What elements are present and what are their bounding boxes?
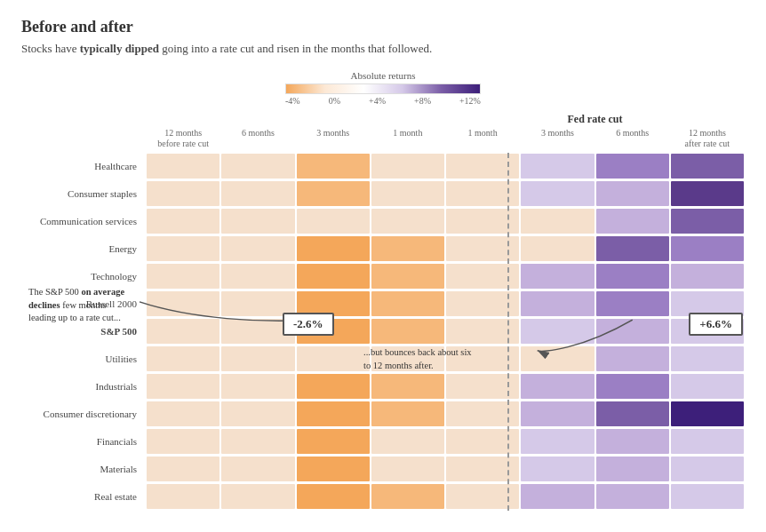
heatmap-cell <box>221 429 294 454</box>
heatmap-cell <box>671 209 744 234</box>
legend: Absolute returns -4% 0% +4% +8% +12% <box>21 70 745 106</box>
bounce-value-box: +6.6% <box>689 313 743 336</box>
heatmap-cell <box>596 236 669 261</box>
heatmap-cell <box>521 374 594 399</box>
heatmap-cell <box>371 374 444 399</box>
heatmap-cell <box>297 154 370 179</box>
table-row: Consumer discretionary <box>21 401 745 427</box>
legend-gradient <box>285 83 481 94</box>
heatmap-cell <box>671 401 744 426</box>
heatmap-cell <box>297 209 370 234</box>
heatmap-cell <box>671 154 744 179</box>
heatmap-cell <box>147 209 219 234</box>
row-label: Materials <box>21 464 146 474</box>
heatmap-cell <box>297 401 370 426</box>
heatmap-cell <box>446 264 519 289</box>
heatmap-cell <box>521 484 594 509</box>
row-label: Energy <box>21 243 146 254</box>
heatmap-cell <box>446 429 519 454</box>
heatmap-cell <box>596 484 669 509</box>
legend-labels: -4% 0% +4% +8% +12% <box>285 96 481 106</box>
heatmap-cell <box>147 346 219 371</box>
heatmap-cell <box>521 209 594 234</box>
heatmap-cell <box>147 264 219 289</box>
heatmap-cell <box>671 429 744 454</box>
row-label: Communication services <box>21 216 146 226</box>
heatmap-cell <box>371 401 444 426</box>
heatmap-cell <box>596 209 669 234</box>
heatmap-cell <box>371 457 444 481</box>
heatmap-cell <box>221 401 294 426</box>
heatmap-cell <box>521 181 594 206</box>
heatmap-cell <box>147 154 219 179</box>
heatmap-cell <box>221 236 294 261</box>
heatmap-cell <box>446 457 519 481</box>
heatmap-cell <box>147 429 219 454</box>
table-row: Healthcare <box>21 153 745 179</box>
heatmap-cell <box>521 319 594 344</box>
col-header-3m-after: 3 months <box>520 128 594 149</box>
heatmap-cell <box>371 264 444 289</box>
heatmap-cell <box>297 236 370 261</box>
heatmap-cell <box>596 291 669 316</box>
heatmap-cell <box>147 181 219 206</box>
heatmap-cell <box>521 429 594 454</box>
fed-rate-cut-label: Fed rate cut <box>445 113 745 126</box>
row-label: S&P 500 <box>21 326 146 337</box>
heatmap-cell <box>371 484 444 509</box>
row-label: Consumer discretionary <box>21 409 146 419</box>
heatmap-cell <box>596 346 669 371</box>
heatmap-cell <box>147 484 219 509</box>
heatmap-cell <box>297 374 370 399</box>
row-label: Utilities <box>21 353 146 364</box>
heatmap-cell <box>297 264 370 289</box>
heatmap-cell <box>671 264 744 289</box>
heatmap-cell <box>371 209 444 234</box>
heatmap-cell <box>521 457 594 481</box>
heatmap-cell <box>446 319 519 344</box>
decline-value-box: -2.6% <box>283 313 334 336</box>
heatmap-cell <box>596 457 669 481</box>
table-row: Materials <box>21 456 745 482</box>
bounce-annotation: ...but bounces back about six to 12 mont… <box>363 346 479 372</box>
heatmap-cell <box>221 154 294 179</box>
heatmap-cell <box>596 154 669 179</box>
heatmap-cell <box>147 291 219 316</box>
heatmap-cell <box>371 236 444 261</box>
heatmap-cell <box>371 319 444 344</box>
col-headers: 12 monthsbefore rate cut 6 months 3 mont… <box>146 128 745 149</box>
heatmap-cell <box>446 401 519 426</box>
subtitle: Stocks have typically dipped going into … <box>21 42 745 56</box>
heatmap-cell <box>446 154 519 179</box>
legend-title: Absolute returns <box>350 70 415 81</box>
heatmap-cell <box>147 319 219 344</box>
heatmap-cell <box>671 457 744 481</box>
heatmap-cell <box>297 346 370 371</box>
col-header-3m-before: 3 months <box>296 128 371 149</box>
heatmap-cell <box>147 374 219 399</box>
heatmap-cell <box>221 209 294 234</box>
heatmap-cell <box>371 291 444 316</box>
heatmap-cell <box>671 181 744 206</box>
heatmap-cell <box>221 484 294 509</box>
heatmap-cell <box>297 429 370 454</box>
heatmap-cell <box>297 181 370 206</box>
table-row: Financials <box>21 428 745 455</box>
heatmap-cell <box>446 374 519 399</box>
chart-container: Fed rate cut 12 monthsbefore rate cut 6 … <box>21 113 745 511</box>
heatmap-cell <box>297 457 370 481</box>
heatmap-cell <box>596 429 669 454</box>
row-label: Financials <box>21 436 146 447</box>
heatmap-cell <box>297 484 370 509</box>
heatmap-cell <box>221 457 294 481</box>
heatmap-cell <box>671 236 744 261</box>
heatmap-cell <box>521 264 594 289</box>
heatmap-cell <box>596 401 669 426</box>
row-label: Industrials <box>21 381 146 392</box>
heatmap-cell <box>147 236 219 261</box>
row-label: Consumer staples <box>21 188 146 199</box>
heatmap-cell <box>371 429 444 454</box>
heatmap-cell <box>371 154 444 179</box>
heatmap-cell <box>521 236 594 261</box>
heatmap-cell <box>446 209 519 234</box>
